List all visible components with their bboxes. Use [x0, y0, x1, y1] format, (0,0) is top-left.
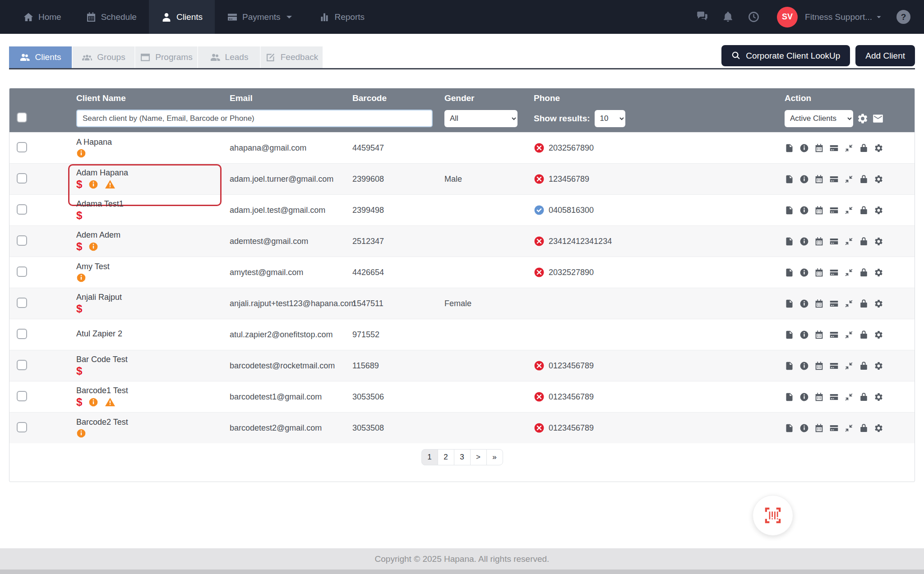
- nav-item-schedule[interactable]: Schedule: [74, 0, 149, 34]
- schedule-icon[interactable]: [814, 143, 824, 153]
- settings-icon[interactable]: [874, 206, 883, 215]
- search-input[interactable]: [76, 110, 433, 127]
- payment-icon[interactable]: [829, 268, 839, 277]
- page-button->[interactable]: >: [470, 449, 487, 465]
- client-status-select[interactable]: Active Clients: [785, 110, 853, 127]
- settings-icon[interactable]: [874, 330, 883, 340]
- row-checkbox[interactable]: [17, 142, 27, 152]
- info-icon[interactable]: [799, 392, 809, 402]
- lock-icon[interactable]: [859, 361, 869, 371]
- payment-icon[interactable]: [829, 423, 839, 433]
- notes-icon[interactable]: [785, 206, 794, 215]
- check-in-icon[interactable]: [844, 237, 854, 246]
- clock-icon[interactable]: [748, 11, 760, 23]
- info-icon[interactable]: [799, 268, 809, 277]
- notes-icon[interactable]: [785, 174, 794, 184]
- nav-item-reports[interactable]: Reports: [307, 0, 377, 34]
- info-icon[interactable]: [799, 423, 809, 433]
- settings-icon[interactable]: [874, 174, 883, 184]
- info-icon[interactable]: [799, 299, 809, 308]
- info-icon[interactable]: [799, 330, 809, 340]
- row-checkbox[interactable]: [17, 298, 27, 308]
- notes-icon[interactable]: [785, 330, 794, 340]
- info-icon[interactable]: [799, 174, 809, 184]
- check-in-icon[interactable]: [844, 361, 854, 371]
- lock-icon[interactable]: [859, 392, 869, 402]
- page-button-1[interactable]: 1: [421, 449, 438, 465]
- notes-icon[interactable]: [785, 361, 794, 371]
- gender-filter-select[interactable]: All: [444, 110, 517, 127]
- notes-icon[interactable]: [785, 299, 794, 308]
- payment-icon[interactable]: [829, 392, 839, 402]
- payment-icon[interactable]: [829, 361, 839, 371]
- row-checkbox[interactable]: [17, 391, 27, 401]
- schedule-icon[interactable]: [814, 206, 824, 215]
- settings-icon[interactable]: [874, 268, 883, 277]
- payment-icon[interactable]: [829, 206, 839, 215]
- tab-feedback[interactable]: Feedback: [260, 46, 323, 68]
- info-icon[interactable]: [799, 237, 809, 246]
- settings-icon[interactable]: [874, 361, 883, 371]
- lock-icon[interactable]: [859, 206, 869, 215]
- payment-icon[interactable]: [829, 330, 839, 340]
- tab-clients[interactable]: Clients: [9, 46, 72, 68]
- schedule-icon[interactable]: [814, 423, 824, 433]
- add-client-button[interactable]: Add Client: [855, 45, 915, 66]
- check-in-icon[interactable]: [844, 174, 854, 184]
- settings-icon[interactable]: [874, 423, 883, 433]
- row-checkbox[interactable]: [17, 266, 27, 277]
- avatar[interactable]: SV: [777, 7, 798, 28]
- schedule-icon[interactable]: [814, 330, 824, 340]
- select-all-checkbox[interactable]: [17, 112, 27, 123]
- schedule-icon[interactable]: [814, 174, 824, 184]
- lock-icon[interactable]: [859, 174, 869, 184]
- payment-icon[interactable]: [829, 237, 839, 246]
- lock-icon[interactable]: [859, 268, 869, 277]
- corporate-client-lookup-button[interactable]: Corporate Client LookUp: [721, 45, 850, 66]
- bell-icon[interactable]: [722, 11, 734, 23]
- lock-icon[interactable]: [859, 330, 869, 340]
- row-checkbox[interactable]: [17, 422, 27, 432]
- info-icon[interactable]: [799, 143, 809, 153]
- schedule-icon[interactable]: [814, 361, 824, 371]
- payment-icon[interactable]: [829, 143, 839, 153]
- schedule-icon[interactable]: [814, 392, 824, 402]
- notes-icon[interactable]: [785, 237, 794, 246]
- help-icon[interactable]: ?: [896, 10, 910, 24]
- payment-icon[interactable]: [829, 299, 839, 308]
- payment-icon[interactable]: [829, 174, 839, 184]
- settings-icon[interactable]: [874, 392, 883, 402]
- notes-icon[interactable]: [785, 268, 794, 277]
- check-in-icon[interactable]: [844, 268, 854, 277]
- barcode-scan-button[interactable]: [753, 495, 793, 536]
- page-button-2[interactable]: 2: [438, 449, 454, 465]
- lock-icon[interactable]: [859, 299, 869, 308]
- row-checkbox[interactable]: [17, 235, 27, 246]
- schedule-icon[interactable]: [814, 268, 824, 277]
- row-checkbox[interactable]: [17, 360, 27, 370]
- notes-icon[interactable]: [785, 143, 794, 153]
- page-button-3[interactable]: 3: [454, 449, 471, 465]
- check-in-icon[interactable]: [844, 206, 854, 215]
- info-icon[interactable]: [799, 206, 809, 215]
- row-checkbox[interactable]: [17, 204, 27, 215]
- nav-item-home[interactable]: Home: [11, 0, 74, 34]
- info-icon[interactable]: [799, 361, 809, 371]
- settings-icon[interactable]: [874, 299, 883, 308]
- notes-icon[interactable]: [785, 392, 794, 402]
- chat-icon[interactable]: [696, 11, 708, 23]
- nav-item-payments[interactable]: Payments: [215, 0, 307, 34]
- check-in-icon[interactable]: [844, 143, 854, 153]
- check-in-icon[interactable]: [844, 392, 854, 402]
- row-checkbox[interactable]: [17, 329, 27, 339]
- settings-icon[interactable]: [874, 143, 883, 153]
- lock-icon[interactable]: [859, 143, 869, 153]
- check-in-icon[interactable]: [844, 299, 854, 308]
- notes-icon[interactable]: [785, 423, 794, 433]
- nav-item-clients[interactable]: Clients: [149, 0, 215, 34]
- account-dropdown[interactable]: Fitness Support...: [805, 12, 883, 22]
- schedule-icon[interactable]: [814, 299, 824, 308]
- row-checkbox[interactable]: [17, 173, 27, 184]
- show-results-select[interactable]: 10: [595, 110, 625, 127]
- tab-groups[interactable]: Groups: [72, 46, 134, 68]
